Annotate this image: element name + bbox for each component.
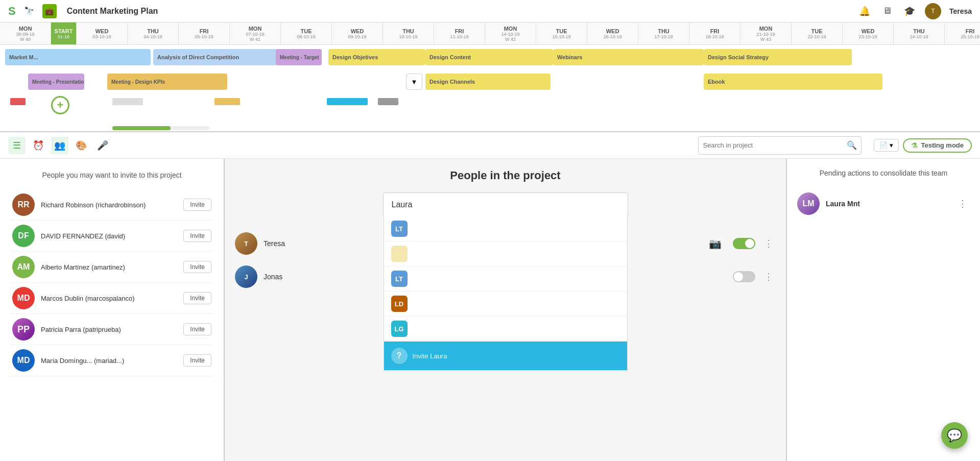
- invite-button[interactable]: Invite: [183, 354, 211, 367]
- avatar: J: [235, 265, 257, 288]
- person-name: Patricia Parra (patriprueba): [41, 326, 177, 333]
- chevron-down-icon: ▾: [890, 141, 893, 149]
- gantt-small-bar-4: [327, 98, 368, 105]
- gantt-small-bar-5: [378, 98, 398, 105]
- gantt-bar-meeting-target[interactable]: Meeting - Target: [276, 49, 322, 65]
- invite-label: Invite Laura: [413, 352, 447, 360]
- invite-button[interactable]: Invite: [183, 323, 211, 335]
- dropdown-avatar: LT: [391, 271, 408, 287]
- dropdown-item-ld[interactable]: LD: [384, 292, 627, 317]
- flask-icon: ⚗: [911, 141, 918, 150]
- list-item: RR Richard Robinson (richardrobinson) In…: [10, 189, 213, 221]
- search-bar[interactable]: 🔍: [698, 136, 862, 155]
- monitor-icon[interactable]: 🖥: [880, 4, 894, 18]
- search-icon[interactable]: 🔍: [847, 140, 857, 150]
- gantt-col-wed2: WED 09-10-19: [332, 22, 383, 44]
- doc-icon: 📄: [879, 141, 888, 149]
- toolbar: ☰ ⏰ 👥 🎨 🎤 🔍 📄 ▾ ⚗ Testing mode: [0, 132, 980, 159]
- gantt-bar-ebook[interactable]: Ebook: [704, 74, 882, 90]
- list-icon[interactable]: ☰: [8, 137, 26, 154]
- person-name: María Domíngu... (mariad...): [41, 357, 177, 365]
- list-item: AM Alberto Martínez (amartinez) Invite: [10, 252, 213, 283]
- gantt-add-button[interactable]: [51, 96, 69, 114]
- gantt-bar-meeting-pres[interactable]: Meeting - Presentation: [28, 74, 84, 90]
- list-item: DF DAVID FERNANDEZ (david) Invite: [10, 221, 213, 252]
- gantt-col-wed: WED 03-10-19: [77, 22, 128, 44]
- toggle-on[interactable]: [733, 238, 755, 249]
- avatar-initial: T: [931, 8, 935, 15]
- graduation-icon[interactable]: 🎓: [902, 4, 917, 18]
- avatar: DF: [12, 225, 35, 247]
- gantt-bar-analysis[interactable]: Analysis of Direct Competition: [153, 49, 296, 65]
- more-menu-button[interactable]: ⋮: [761, 270, 776, 284]
- user-name: Teresa: [949, 7, 972, 15]
- search-input[interactable]: [703, 141, 847, 149]
- dropdown-item-blank[interactable]: [384, 241, 627, 266]
- gantt-bar-social[interactable]: Design Social Strategy: [704, 49, 852, 65]
- gantt-dropdown-btn[interactable]: ▼: [406, 74, 422, 90]
- person-name: Alberto Martínez (amartinez): [41, 263, 177, 271]
- gantt-col-thu: THU 04-10-19: [128, 22, 179, 44]
- dropdown-item-lg[interactable]: LG: [384, 317, 627, 342]
- gantt-col-thu3: THU 17-10-19: [638, 22, 689, 44]
- avatar: T: [235, 232, 257, 255]
- gantt-col-tue1: TUE 08-10-19: [281, 22, 332, 44]
- gantt-body: Market M... Analysis of Direct Competiti…: [0, 45, 980, 132]
- gantt-bar-webinars[interactable]: Webinars: [553, 49, 704, 65]
- gantt-col-w43: MON 21-10-19 W 43: [740, 22, 792, 44]
- main-content: People you may want to invite to this pr…: [0, 159, 980, 461]
- dropdown-avatar: LT: [391, 221, 408, 237]
- dropdown-item-lt1[interactable]: LT: [384, 216, 627, 241]
- pending-name: Laura Mnt: [826, 200, 949, 208]
- invite-button[interactable]: Invite: [183, 292, 211, 304]
- notification-icon[interactable]: 🔔: [857, 4, 872, 18]
- invite-button[interactable]: Invite: [183, 230, 211, 242]
- people-icon[interactable]: 👥: [51, 137, 68, 154]
- testing-mode-button[interactable]: ⚗ Testing mode: [903, 138, 972, 153]
- doc-button[interactable]: 📄 ▾: [874, 139, 899, 152]
- gantt-col-w41: MON 07-10-19 W 41: [230, 22, 281, 44]
- gantt-col-w42: MON 14-10-19 W 42: [485, 22, 536, 44]
- dropdown-item-lt2[interactable]: LT: [384, 266, 627, 292]
- gantt-bar-market[interactable]: Market M...: [5, 49, 151, 65]
- binoculars-icon[interactable]: 🔭: [22, 4, 36, 18]
- nav-right: 🔔 🖥 🎓 T Teresa: [857, 3, 972, 19]
- right-panel-title: Pending actions to consolidate this team: [797, 169, 970, 177]
- gantt-col-fri4: FRI 25-10-19: [945, 22, 980, 44]
- avatar: MD: [12, 287, 35, 309]
- list-item: MD Marcos Dublin (marcospalanco) Invite: [10, 283, 213, 314]
- chat-button[interactable]: 💬: [941, 422, 968, 449]
- gantt-col-0: MON 30-09-19 W 40: [0, 22, 51, 44]
- gantt-col-fri2: FRI 11-10-19: [434, 22, 485, 44]
- dropdown-item-invite[interactable]: ? Invite Laura: [384, 342, 627, 371]
- gantt-bar-meeting-kpi[interactable]: Meeting - Design KPIs: [107, 74, 227, 90]
- toggle-off[interactable]: [733, 271, 755, 282]
- top-nav: S 🔭 💼 Content Marketing Plan 🔔 🖥 🎓 T Ter…: [0, 0, 980, 22]
- invite-button[interactable]: Invite: [183, 199, 211, 211]
- gantt-col-tue2: TUE 15-10-19: [536, 22, 587, 44]
- invite-button[interactable]: Invite: [183, 261, 211, 273]
- more-menu-button[interactable]: ⋮: [955, 197, 970, 211]
- project-title: Content Marketing Plan: [67, 7, 158, 16]
- gantt-small-bar-1: [10, 98, 26, 105]
- gantt-bar-design-content[interactable]: Design Content: [425, 49, 553, 65]
- mic-icon[interactable]: 🎤: [94, 137, 111, 154]
- person-name: DAVID FERNANDEZ (david): [41, 232, 177, 240]
- gantt-col-fri: FRI 05-10-19: [179, 22, 230, 44]
- person-name: Richard Robinson (richardrobinson): [41, 201, 177, 209]
- clock-icon[interactable]: ⏰: [30, 137, 47, 154]
- right-panel: Pending actions to consolidate this team…: [786, 159, 980, 461]
- question-icon: ?: [391, 348, 408, 364]
- gantt-bar-design-obj[interactable]: Design Objetives: [328, 49, 425, 65]
- gantt-bar-design-channels[interactable]: Design Channels: [425, 74, 551, 90]
- gantt-area: MON 30-09-19 W 40 START 01-16 WED 03-10-…: [0, 22, 980, 132]
- avatar[interactable]: T: [925, 3, 941, 19]
- people-search-input[interactable]: [384, 193, 628, 216]
- gantt-col-tue3: TUE 22-10-19: [792, 22, 843, 44]
- gantt-col-fri3: FRI 18-10-19: [689, 22, 740, 44]
- gantt-col-thu2: THU 10-10-19: [383, 22, 434, 44]
- more-menu-button[interactable]: ⋮: [761, 236, 776, 251]
- palette-icon[interactable]: 🎨: [73, 137, 90, 154]
- gantt-col-wed4: WED 23-10-19: [843, 22, 894, 44]
- gantt-header: MON 30-09-19 W 40 START 01-16 WED 03-10-…: [0, 22, 980, 45]
